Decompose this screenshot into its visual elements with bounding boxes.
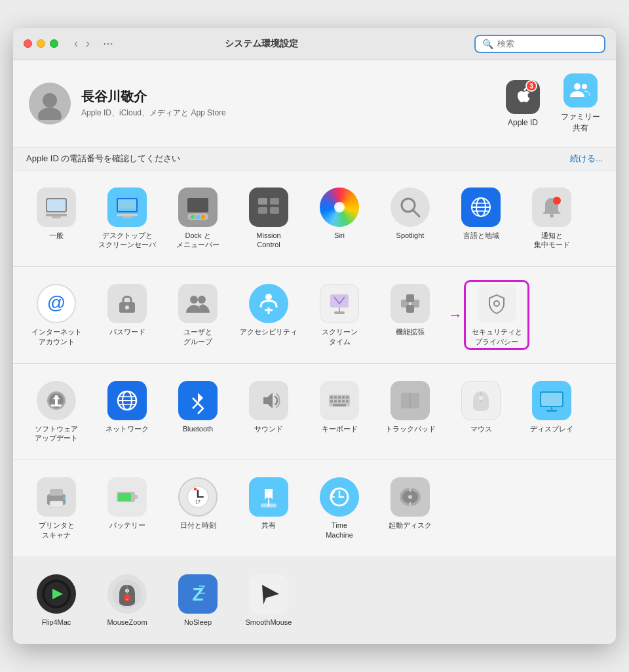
pref-smoothmouse-icon: [249, 574, 288, 614]
family-sharing-label: ファミリー共有: [561, 111, 600, 134]
pref-access-label: アクセシビリティ: [240, 327, 297, 336]
apple-id-button[interactable]: 3 Apple ID: [506, 80, 540, 127]
svg-rect-83: [50, 489, 63, 496]
svg-point-2: [574, 83, 581, 90]
family-sharing-button[interactable]: ファミリー共有: [561, 73, 600, 134]
pref-datetime[interactable]: 17 日付と時刻: [165, 473, 231, 544]
pref-smoothmouse[interactable]: SmoothMouse: [236, 570, 301, 631]
svg-rect-20: [258, 207, 267, 214]
pref-timemachine-label: TimeMachine: [326, 521, 353, 540]
pref-screen-icon: [320, 284, 359, 323]
pref-keyboard[interactable]: キーボード: [307, 377, 372, 447]
grid-section-3: ソフトウェアアップデート ネットワーク: [13, 364, 616, 461]
pref-mouse-label: マウス: [470, 424, 492, 433]
avatar[interactable]: [29, 83, 71, 125]
pref-startup[interactable]: 起動ディスク: [377, 473, 443, 544]
svg-rect-71: [342, 400, 345, 403]
grid-section-1: 一般 デスクトップとスクリーンセーバ: [13, 170, 616, 267]
pref-trackpad[interactable]: トラックパッド: [377, 377, 443, 447]
pref-mousezoom-icon: +: [107, 574, 147, 614]
pref-sharing[interactable]: 共有: [236, 473, 301, 544]
pref-sharing-icon: [249, 477, 288, 517]
family-sharing-icon: [563, 73, 598, 108]
pref-battery[interactable]: バッテリー: [94, 473, 160, 544]
svg-rect-68: [330, 400, 333, 403]
pref-siri[interactable]: Siri: [307, 184, 372, 254]
pref-smoothmouse-label: SmoothMouse: [246, 618, 292, 627]
pref-spotlight-label: Spotlight: [396, 231, 425, 240]
pref-sound[interactable]: サウンド: [236, 377, 301, 447]
pref-lang[interactable]: 言語と地域: [448, 184, 514, 254]
pref-sound-icon: [249, 381, 288, 420]
pref-password-label: パスワード: [109, 327, 145, 336]
pref-notif[interactable]: 通知と集中モード: [519, 184, 584, 254]
pref-nosleep-label: NoSleep: [184, 618, 212, 627]
pref-softwareupdate-label: ソフトウェアアップデート: [35, 424, 78, 443]
pref-siri-label: Siri: [334, 231, 345, 240]
pref-users[interactable]: ユーザとグループ: [165, 280, 231, 350]
pref-network[interactable]: ネットワーク: [94, 377, 160, 447]
grid-section-4: プリンタとスキャナ バッテリー: [13, 460, 616, 557]
pref-mouse[interactable]: マウス: [448, 377, 514, 447]
profile-left: 長谷川敬介 Apple ID、iCloud、メディアと App Store: [29, 83, 226, 125]
svg-marker-112: [262, 585, 279, 604]
pref-printer[interactable]: プリンタとスキャナ: [24, 473, 89, 544]
svg-point-16: [196, 215, 200, 219]
svg-rect-7: [52, 216, 61, 218]
profile-right: 3 Apple ID ファミリー共有: [506, 73, 600, 134]
svg-point-0: [43, 93, 57, 108]
user-name: 長谷川敬介: [81, 88, 226, 106]
pref-access[interactable]: アクセシビリティ: [236, 280, 301, 340]
pref-screen[interactable]: スクリーンタイム: [307, 280, 372, 350]
minimize-button[interactable]: [37, 39, 45, 48]
pref-display[interactable]: ディスプレイ: [519, 377, 584, 447]
pref-timemachine[interactable]: TimeMachine: [307, 473, 372, 544]
svg-point-1: [38, 108, 62, 120]
pref-mission[interactable]: MissionControl: [236, 184, 301, 254]
svg-rect-84: [50, 501, 63, 507]
pref-internet-label: インターネットアカウント: [31, 327, 82, 346]
close-button[interactable]: [24, 39, 32, 48]
profile-info: 長谷川敬介 Apple ID、iCloud、メディアと App Store: [81, 88, 226, 119]
svg-point-40: [265, 294, 272, 300]
svg-rect-72: [346, 400, 349, 403]
pref-spotlight[interactable]: Spotlight: [377, 184, 443, 254]
pref-mousezoom[interactable]: + MouseZoom: [94, 570, 160, 631]
pref-flip4mac[interactable]: Flip4Mac: [24, 570, 89, 631]
pref-datetime-icon: 17: [178, 477, 218, 517]
svg-text:17: 17: [195, 500, 200, 504]
pref-extensions[interactable]: 機能拡張: [377, 280, 443, 340]
pref-bluetooth-label: Bluetooth: [183, 424, 213, 433]
svg-point-99: [408, 495, 412, 499]
pref-internet[interactable]: @ インターネットアカウント: [24, 280, 89, 350]
pref-startup-icon: [391, 477, 430, 517]
pref-keyboard-label: キーボード: [322, 424, 358, 433]
notification-link[interactable]: 続ける...: [570, 153, 603, 165]
pref-notif-icon: [532, 188, 571, 227]
svg-rect-81: [546, 410, 557, 412]
search-input[interactable]: [497, 39, 598, 49]
pref-battery-label: バッテリー: [109, 521, 145, 530]
icons-grid-1: 一般 デスクトップとスクリーンセーバ: [24, 184, 605, 254]
pref-notif-label: 通知と集中モード: [534, 231, 570, 250]
pref-internet-icon: @: [37, 284, 76, 323]
pref-security[interactable]: セキュリティとプライバシー: [464, 280, 529, 350]
svg-rect-67: [346, 396, 349, 399]
pref-bluetooth[interactable]: Bluetooth: [165, 377, 231, 447]
svg-rect-64: [334, 396, 337, 399]
pref-nosleep[interactable]: Z Z NoSleep: [165, 570, 231, 631]
pref-general[interactable]: 一般: [24, 184, 89, 254]
pref-dock[interactable]: Dock とメニューバー: [165, 184, 231, 254]
search-icon: 🔍: [482, 39, 493, 49]
icons-grid-2: @ インターネットアカウント パスワード: [24, 280, 605, 350]
search-box[interactable]: 🔍: [474, 35, 605, 53]
pref-display-icon: [532, 381, 571, 420]
apple-id-label: Apple ID: [508, 118, 538, 127]
pref-desktop[interactable]: デスクトップとスクリーンセーバ: [94, 184, 160, 254]
svg-rect-45: [334, 311, 345, 314]
pref-siri-icon: [320, 188, 359, 227]
svg-rect-11: [123, 216, 132, 218]
pref-password[interactable]: パスワード: [94, 280, 160, 340]
svg-text:@: @: [47, 292, 66, 313]
pref-softwareupdate[interactable]: ソフトウェアアップデート: [24, 377, 89, 447]
